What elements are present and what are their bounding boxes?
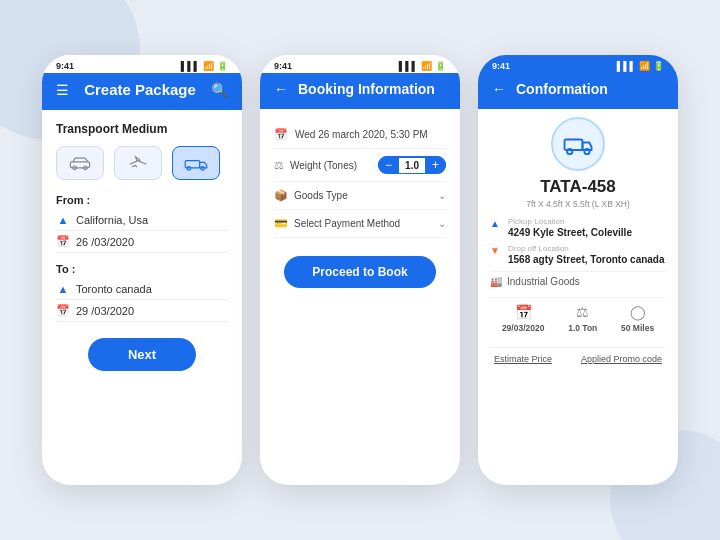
svg-point-8 [584,149,589,154]
weight-decrease[interactable]: − [378,156,399,174]
right-phone: 9:41 ▌▌▌ 📶 🔋 ← Conformation TATA-458 7ft… [478,55,678,485]
calendar-icon: 📅 [56,235,70,248]
left-header-title: Create Package [84,81,196,98]
stat-distance: ◯ 50 Miles [621,304,654,333]
transport-label: Transpoort Medium [56,122,228,136]
weight-increase[interactable]: + [425,156,446,174]
from-location-row: ▲ California, Usa [56,210,228,231]
pickup-label: Pickup Location [508,217,632,226]
transport-truck[interactable] [172,146,220,180]
to-date-value: 29 /03/2020 [76,305,134,317]
mid-status-icons: ▌▌▌ 📶 🔋 [399,61,446,71]
right-time: 9:41 [492,61,510,71]
from-date-row: 📅 26 /03/2020 [56,231,228,253]
mid-back-button[interactable]: ← [274,81,288,97]
dropoff-content: Drop off Location 1568 agty Street, Toro… [508,244,665,265]
svg-point-7 [567,149,572,154]
to-location-icon: ▲ [56,283,70,295]
dropoff-icon: ▼ [490,245,502,256]
weight-icon: ⚖ [274,159,284,172]
pickup-row: ▲ Pickup Location 4249 Kyle Street, Cole… [490,217,666,238]
next-button[interactable]: Next [88,338,196,371]
goods-icon: 📦 [274,189,288,202]
pickup-icon: ▲ [490,218,502,229]
datetime-icon: 📅 [274,128,288,141]
payment-left: 💳 Select Payment Method [274,217,400,230]
stat-date: 📅 29/03/2020 [502,304,545,333]
transport-car[interactable] [56,146,104,180]
payment-row[interactable]: 💳 Select Payment Method ⌄ [274,210,446,238]
left-status-bar: 9:41 ▌▌▌ 📶 🔋 [42,55,242,73]
goods-type-value: Industrial Goods [507,276,580,287]
truck-circle [551,117,605,171]
stat-date-icon: 📅 [515,304,532,320]
mid-status-bar: 9:41 ▌▌▌ 📶 🔋 [260,55,460,73]
left-status-icons: ▌▌▌ 📶 🔋 [181,61,228,71]
to-calendar-icon: 📅 [56,304,70,317]
transport-plane[interactable] [114,146,162,180]
proceed-button[interactable]: Proceed to Book [284,256,435,288]
right-body: TATA-458 7ft X 4.5ft X 5.5ft (L XB XH) ▲… [478,109,678,372]
from-group: From : ▲ California, Usa 📅 26 /03/2020 [56,194,228,253]
payment-chevron-icon: ⌄ [438,218,446,229]
goods-row: 🏭 Industrial Goods [490,271,666,291]
from-label: From : [56,194,228,206]
promo-code-link[interactable]: Applied Promo code [581,354,662,364]
dropoff-row: ▼ Drop off Location 1568 agty Street, To… [490,244,666,265]
mid-header: ← Booking Information [260,73,460,109]
car-icon [68,154,92,172]
weight-label: ⚖ Weight (Tones) [274,159,357,172]
vehicle-dims: 7ft X 4.5ft X 5.5ft (L XB XH) [490,199,666,209]
transport-options [56,146,228,180]
right-status-bar: 9:41 ▌▌▌ 📶 🔋 [478,55,678,73]
goods-type-row[interactable]: 📦 Goods Type ⌄ [274,182,446,210]
payment-icon: 💳 [274,217,288,230]
estimate-price-link[interactable]: Estimate Price [494,354,552,364]
mid-body: 📅 Wed 26 march 2020, 5:30 PM ⚖ Weight (T… [260,109,460,300]
left-time: 9:41 [56,61,74,71]
goods-chevron-icon: ⌄ [438,190,446,201]
mid-time: 9:41 [274,61,292,71]
right-header-title: Conformation [516,81,608,97]
truck-icon [184,154,208,172]
dropoff-value: 1568 agty Street, Toronto canada [508,254,665,265]
goods-type-left: 📦 Goods Type [274,189,348,202]
from-date-value: 26 /03/2020 [76,236,134,248]
to-location-value: Toronto canada [76,283,152,295]
left-body: Transpoort Medium [42,110,242,383]
stat-distance-icon: ◯ [630,304,646,320]
plane-icon [126,154,150,172]
stat-weight-value: 1.0 Ton [568,323,597,333]
location-icon: ▲ [56,214,70,226]
weight-control: − 1.0 + [378,156,446,174]
to-location-row: ▲ Toronto canada [56,279,228,300]
dropoff-label: Drop off Location [508,244,665,253]
goods-type-icon: 🏭 [490,276,502,287]
mid-phone: 9:41 ▌▌▌ 📶 🔋 ← Booking Information 📅 Wed… [260,55,460,485]
vehicle-name: TATA-458 [490,177,666,197]
pickup-value: 4249 Kyle Street, Coleville [508,227,632,238]
bottom-row: Estimate Price Applied Promo code [490,347,666,364]
right-header: ← Conformation [478,73,678,109]
stat-weight-icon: ⚖ [576,304,589,320]
right-status-icons: ▌▌▌ 📶 🔋 [617,61,664,71]
stats-row: 📅 29/03/2020 ⚖ 1.0 Ton ◯ 50 Miles [490,297,666,339]
to-group: To : ▲ Toronto canada 📅 29 /03/2020 [56,263,228,322]
pickup-content: Pickup Location 4249 Kyle Street, Colevi… [508,217,632,238]
goods-type-label: Goods Type [294,190,348,201]
left-header: ☰ Create Package 🔍 [42,73,242,110]
menu-icon[interactable]: ☰ [56,82,69,98]
svg-rect-6 [565,140,583,151]
to-date-row: 📅 29 /03/2020 [56,300,228,322]
search-icon[interactable]: 🔍 [211,82,228,98]
left-phone: 9:41 ▌▌▌ 📶 🔋 ☰ Create Package 🔍 Transpoo… [42,55,242,485]
stat-date-value: 29/03/2020 [502,323,545,333]
datetime-row: 📅 Wed 26 march 2020, 5:30 PM [274,121,446,149]
stat-distance-value: 50 Miles [621,323,654,333]
truck-circle-icon [563,133,593,155]
mid-header-title: Booking Information [298,81,435,97]
right-back-button[interactable]: ← [492,81,506,97]
stat-weight: ⚖ 1.0 Ton [568,304,597,333]
datetime-value: Wed 26 march 2020, 5:30 PM [295,129,428,140]
to-label: To : [56,263,228,275]
